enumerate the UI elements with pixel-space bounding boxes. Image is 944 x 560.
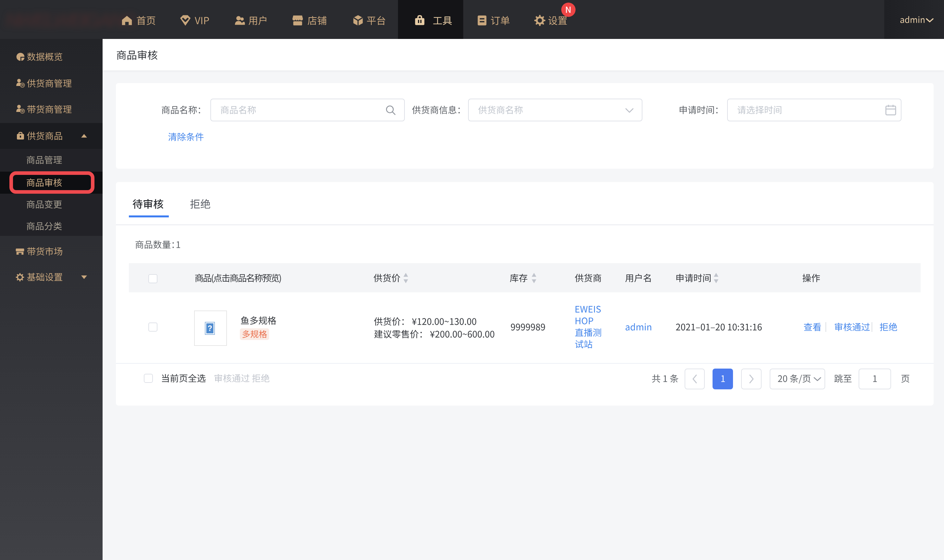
svg-text:?: ? bbox=[208, 324, 212, 332]
